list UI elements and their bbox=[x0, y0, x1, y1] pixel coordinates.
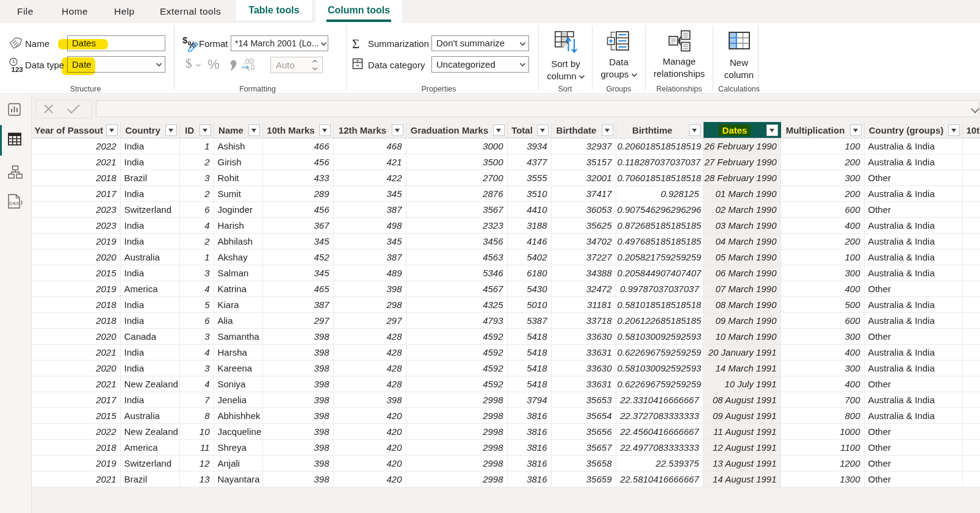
svg-text:DAX: DAX bbox=[9, 201, 20, 206]
svg-text:0: 0 bbox=[251, 63, 255, 72]
svg-text:123: 123 bbox=[12, 66, 23, 73]
